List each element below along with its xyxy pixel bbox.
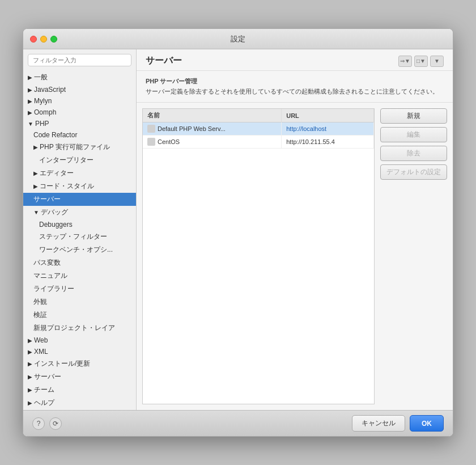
settings-window: 設定 ▶一般 ▶JavaScript ▶Mylyn ▶Oomph ▼PHP Co (23, 28, 453, 437)
minimize-button[interactable] (40, 36, 47, 43)
action-buttons: 新規 編集 除去 デフォルトの設定 (380, 108, 447, 404)
sidebar-item-help[interactable]: ▶ヘルプ (23, 396, 136, 409)
php-server-label: PHP サーバー管理 (146, 78, 197, 84)
sidebar-item-xml[interactable]: ▶XML (23, 346, 136, 357)
sidebar-item-step-filter[interactable]: ステップ・フィルター (23, 230, 136, 243)
search-input[interactable] (28, 54, 131, 66)
nav-back-icon: □▼ (416, 58, 426, 64)
ok-button[interactable]: OK (410, 415, 444, 432)
window-controls (30, 36, 57, 43)
cancel-button[interactable]: キャンセル (352, 415, 405, 432)
sidebar-item-debug[interactable]: ▼デバッグ (23, 206, 136, 219)
sidebar: ▶一般 ▶JavaScript ▶Mylyn ▶Oomph ▼PHP Code … (23, 49, 137, 410)
content-area: ▶一般 ▶JavaScript ▶Mylyn ▶Oomph ▼PHP Code … (23, 49, 453, 410)
sidebar-item-debuggers[interactable]: Debuggers (23, 219, 136, 230)
sidebar-item-oomph[interactable]: ▶Oomph (23, 107, 136, 118)
description-area: PHP サーバー管理 サーバー定義を除去するとそれを使用しているすべての起動構成… (137, 71, 453, 103)
close-button[interactable] (30, 36, 37, 43)
nav-forward-button[interactable]: ⇒▼ (398, 56, 412, 67)
sidebar-item-code-style[interactable]: ▶コード・スタイル (23, 180, 136, 193)
expand-arrow-icon: ▶ (33, 170, 38, 176)
sidebar-item-php-executable[interactable]: ▶PHP 実行可能ファイル (23, 141, 136, 154)
sidebar-item-team[interactable]: ▶チーム (23, 383, 136, 396)
new-button[interactable]: 新規 (380, 108, 447, 124)
nav-menu-button[interactable]: ▼ (430, 56, 444, 67)
sidebar-item-web[interactable]: ▶Web (23, 335, 136, 346)
server-table: 名前 URL Default PHP Web Serv... (143, 109, 374, 149)
header-actions: ⇒▼ □▼ ▼ (398, 56, 444, 67)
expand-arrow-icon: ▶ (28, 400, 32, 406)
expand-arrow-icon: ▶ (28, 87, 32, 93)
expand-arrow-icon: ▶ (33, 144, 38, 150)
sidebar-item-appearance[interactable]: 外観 (23, 295, 136, 308)
remove-button[interactable]: 除去 (380, 146, 447, 161)
restore-icon: ⟳ (53, 420, 58, 428)
footer-right: キャンセル OK (352, 415, 444, 432)
panel-title: サーバー (146, 55, 182, 67)
sidebar-item-code-refactor[interactable]: Code Refactor (23, 129, 136, 141)
sidebar-item-install-update[interactable]: ▶インストール/更新 (23, 357, 136, 370)
server-name-cell: CentOS (143, 136, 282, 149)
sidebar-item-javascript[interactable]: ▶JavaScript (23, 84, 136, 95)
sidebar-item-mylyn[interactable]: ▶Mylyn (23, 95, 136, 107)
sidebar-item-validation[interactable]: 検証 (23, 308, 136, 322)
help-button[interactable]: ? (32, 417, 45, 430)
expand-arrow-icon: ▼ (28, 121, 33, 127)
expand-arrow-icon: ▶ (28, 361, 32, 367)
column-header-name: 名前 (143, 109, 282, 122)
footer-left: ? ⟳ (32, 417, 62, 430)
sidebar-item-new-project-layout[interactable]: 新規プロジェクト・レイア (23, 322, 136, 335)
server-table-container: 名前 URL Default PHP Web Serv... (142, 108, 375, 404)
sidebar-item-server[interactable]: サーバー (23, 193, 136, 206)
sidebar-item-interpreter[interactable]: インタープリター (23, 154, 136, 167)
window-title: 設定 (231, 34, 245, 44)
expand-arrow-icon: ▶ (28, 337, 32, 344)
sidebar-item-library[interactable]: ライブラリー (23, 282, 136, 295)
set-default-button[interactable]: デフォルトの設定 (380, 164, 447, 180)
nav-back-button[interactable]: □▼ (414, 56, 428, 67)
main-panel: サーバー ⇒▼ □▼ ▼ PHP サーバー管理 サーバー定義を除去するとそれを使… (137, 49, 453, 410)
expand-arrow-icon: ▶ (28, 349, 32, 355)
column-header-url: URL (282, 109, 374, 122)
sidebar-item-php[interactable]: ▼PHP (23, 118, 136, 129)
table-row[interactable]: CentOS http://10.211.55.4 (143, 136, 374, 149)
expand-arrow-icon: ▶ (33, 183, 38, 189)
sidebar-item-workbench-opts[interactable]: ワークベンチ・オプシ... (23, 243, 136, 256)
sidebar-item-path-variables[interactable]: パス変数 (23, 256, 136, 269)
help-icon: ? (37, 420, 41, 428)
nav-forward-icon: ⇒▼ (400, 58, 410, 64)
sidebar-item-manual[interactable]: マニュアル (23, 269, 136, 282)
panel-header: サーバー ⇒▼ □▼ ▼ (137, 49, 453, 71)
expand-arrow-icon: ▶ (28, 109, 32, 116)
warning-text: サーバー定義を除去するとそれを使用しているすべての起動構成も除去されることに注意… (146, 88, 439, 95)
sidebar-item-general[interactable]: ▶一般 (23, 71, 136, 84)
footer: ? ⟳ キャンセル OK (23, 410, 453, 436)
server-name-cell: Default PHP Web Serv... (143, 122, 282, 136)
server-section: 名前 URL Default PHP Web Serv... (137, 103, 453, 410)
sidebar-item-server-root[interactable]: ▶サーバー (23, 370, 136, 383)
expand-arrow-icon: ▶ (28, 74, 32, 81)
server-url-cell: http://10.211.55.4 (282, 136, 374, 149)
server-icon (147, 125, 155, 133)
expand-arrow-icon: ▼ (33, 209, 39, 215)
edit-button[interactable]: 編集 (380, 127, 447, 142)
sidebar-item-editor[interactable]: ▶エディター (23, 167, 136, 180)
restore-button[interactable]: ⟳ (49, 417, 62, 430)
table-row[interactable]: Default PHP Web Serv... http://localhost (143, 122, 374, 136)
nav-menu-icon: ▼ (434, 58, 440, 64)
server-url-cell: http://localhost (282, 122, 374, 136)
expand-arrow-icon: ▶ (28, 374, 32, 380)
titlebar: 設定 (23, 29, 453, 49)
expand-arrow-icon: ▶ (28, 98, 32, 104)
server-icon (147, 138, 155, 146)
maximize-button[interactable] (50, 36, 57, 43)
expand-arrow-icon: ▶ (28, 387, 32, 393)
